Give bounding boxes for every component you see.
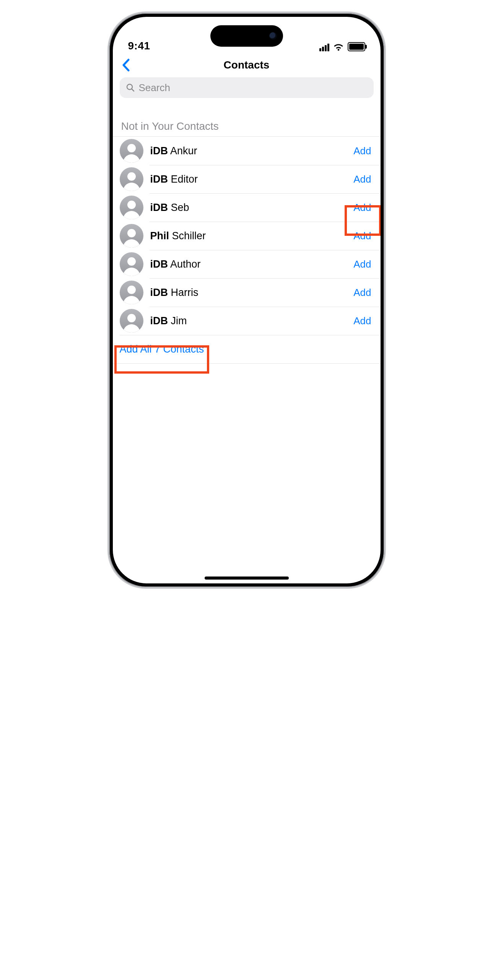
side-button — [107, 116, 109, 136]
contact-name: iDB Jim — [150, 315, 353, 327]
contact-name: Phil Schiller — [150, 230, 353, 242]
nav-bar: Contacts — [113, 54, 381, 76]
contact-row[interactable]: iDB JimAdd — [113, 307, 381, 335]
battery-icon — [348, 42, 365, 51]
back-button[interactable] — [119, 58, 133, 72]
add-all-contacts-button[interactable]: Add All 7 Contacts — [113, 335, 381, 364]
contact-row[interactable]: iDB HarrisAdd — [113, 278, 381, 307]
add-button[interactable]: Add — [353, 172, 372, 186]
contact-row[interactable]: Phil SchillerAdd — [113, 222, 381, 250]
svg-line-1 — [132, 89, 134, 91]
avatar — [120, 167, 143, 191]
avatar — [120, 252, 143, 276]
page-title: Contacts — [224, 59, 270, 71]
add-all-label: Add All 7 Contacts — [120, 343, 204, 355]
contact-row[interactable]: iDB AnkurAdd — [113, 137, 381, 165]
cellular-icon — [319, 44, 329, 51]
contact-name: iDB Author — [150, 258, 353, 270]
avatar — [120, 196, 143, 219]
side-button — [384, 166, 386, 224]
add-button[interactable]: Add — [353, 314, 372, 328]
avatar — [120, 309, 143, 333]
add-button[interactable]: Add — [353, 200, 372, 215]
contact-name: iDB Harris — [150, 287, 353, 299]
search-icon — [126, 83, 135, 92]
add-button[interactable]: Add — [353, 285, 372, 300]
section-header: Not in Your Contacts — [113, 107, 381, 137]
avatar — [120, 281, 143, 304]
contact-row[interactable]: iDB SebAdd — [113, 193, 381, 222]
contact-name: iDB Seb — [150, 202, 353, 214]
search-placeholder: Search — [139, 82, 170, 94]
add-button[interactable]: Add — [353, 257, 372, 271]
contact-row[interactable]: iDB AuthorAdd — [113, 250, 381, 278]
status-time: 9:41 — [128, 40, 150, 52]
avatar — [120, 224, 143, 248]
contact-name: iDB Ankur — [150, 145, 353, 157]
wifi-icon — [333, 43, 344, 51]
phone-frame: 9:41 Contacts — [107, 11, 386, 589]
contact-list: iDB AnkurAddiDB EditorAddiDB SebAddPhil … — [113, 137, 381, 335]
avatar — [120, 139, 143, 163]
search-input[interactable]: Search — [120, 77, 374, 98]
contact-row[interactable]: iDB EditorAdd — [113, 165, 381, 193]
add-button[interactable]: Add — [353, 144, 372, 158]
home-indicator — [205, 577, 289, 580]
contact-name: iDB Editor — [150, 173, 353, 185]
side-button — [107, 147, 109, 183]
add-button[interactable]: Add — [353, 229, 372, 243]
side-button — [107, 193, 109, 229]
dynamic-island — [210, 25, 283, 47]
